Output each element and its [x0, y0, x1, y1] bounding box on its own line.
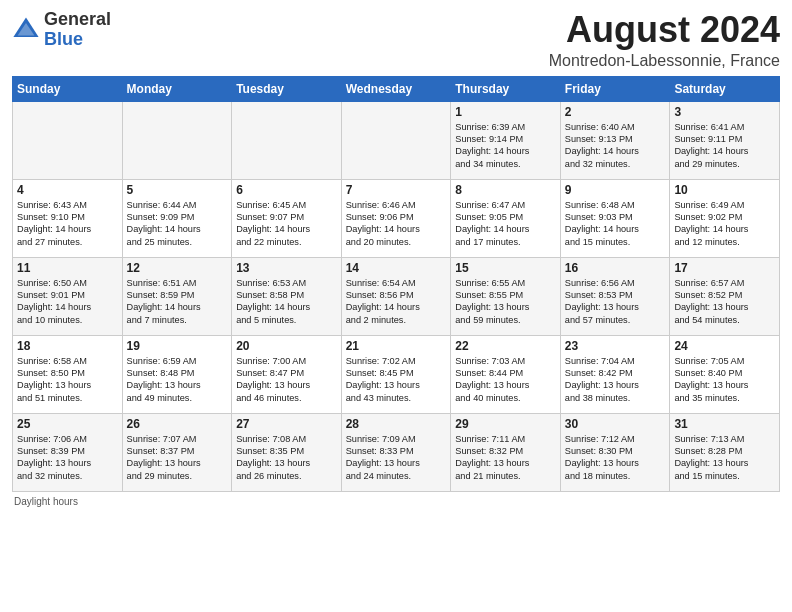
- day-info: Sunrise: 6:51 AM Sunset: 8:59 PM Dayligh…: [127, 277, 228, 327]
- day-info: Sunrise: 6:50 AM Sunset: 9:01 PM Dayligh…: [17, 277, 118, 327]
- day-number: 27: [236, 417, 337, 431]
- title-block: August 2024 Montredon-Labessonnie, Franc…: [549, 10, 780, 70]
- day-info: Sunrise: 7:05 AM Sunset: 8:40 PM Dayligh…: [674, 355, 775, 405]
- day-info: Sunrise: 7:11 AM Sunset: 8:32 PM Dayligh…: [455, 433, 556, 483]
- calendar-cell: 20Sunrise: 7:00 AM Sunset: 8:47 PM Dayli…: [232, 335, 342, 413]
- col-tuesday: Tuesday: [232, 76, 342, 101]
- calendar-header-row: Sunday Monday Tuesday Wednesday Thursday…: [13, 76, 780, 101]
- day-number: 8: [455, 183, 556, 197]
- logo: General Blue: [12, 10, 111, 50]
- calendar-cell: 22Sunrise: 7:03 AM Sunset: 8:44 PM Dayli…: [451, 335, 561, 413]
- day-number: 24: [674, 339, 775, 353]
- col-sunday: Sunday: [13, 76, 123, 101]
- calendar-cell: [341, 101, 451, 179]
- calendar-cell: 21Sunrise: 7:02 AM Sunset: 8:45 PM Dayli…: [341, 335, 451, 413]
- day-info: Sunrise: 7:03 AM Sunset: 8:44 PM Dayligh…: [455, 355, 556, 405]
- day-number: 17: [674, 261, 775, 275]
- col-monday: Monday: [122, 76, 232, 101]
- day-info: Sunrise: 6:41 AM Sunset: 9:11 PM Dayligh…: [674, 121, 775, 171]
- col-thursday: Thursday: [451, 76, 561, 101]
- col-wednesday: Wednesday: [341, 76, 451, 101]
- day-info: Sunrise: 7:06 AM Sunset: 8:39 PM Dayligh…: [17, 433, 118, 483]
- day-number: 5: [127, 183, 228, 197]
- logo-blue-text: Blue: [44, 29, 83, 49]
- day-number: 29: [455, 417, 556, 431]
- calendar-cell: 27Sunrise: 7:08 AM Sunset: 8:35 PM Dayli…: [232, 413, 342, 491]
- calendar-cell: 24Sunrise: 7:05 AM Sunset: 8:40 PM Dayli…: [670, 335, 780, 413]
- day-number: 18: [17, 339, 118, 353]
- day-number: 22: [455, 339, 556, 353]
- footer-note: Daylight hours: [12, 496, 780, 507]
- day-number: 14: [346, 261, 447, 275]
- day-info: Sunrise: 7:04 AM Sunset: 8:42 PM Dayligh…: [565, 355, 666, 405]
- day-info: Sunrise: 6:57 AM Sunset: 8:52 PM Dayligh…: [674, 277, 775, 327]
- day-info: Sunrise: 6:46 AM Sunset: 9:06 PM Dayligh…: [346, 199, 447, 249]
- calendar-week-4: 18Sunrise: 6:58 AM Sunset: 8:50 PM Dayli…: [13, 335, 780, 413]
- day-number: 9: [565, 183, 666, 197]
- day-info: Sunrise: 6:59 AM Sunset: 8:48 PM Dayligh…: [127, 355, 228, 405]
- day-info: Sunrise: 6:45 AM Sunset: 9:07 PM Dayligh…: [236, 199, 337, 249]
- calendar-cell: 23Sunrise: 7:04 AM Sunset: 8:42 PM Dayli…: [560, 335, 670, 413]
- day-number: 10: [674, 183, 775, 197]
- calendar-subtitle: Montredon-Labessonnie, France: [549, 52, 780, 70]
- calendar-cell: 4Sunrise: 6:43 AM Sunset: 9:10 PM Daylig…: [13, 179, 123, 257]
- day-info: Sunrise: 7:07 AM Sunset: 8:37 PM Dayligh…: [127, 433, 228, 483]
- col-friday: Friday: [560, 76, 670, 101]
- calendar-week-1: 1Sunrise: 6:39 AM Sunset: 9:14 PM Daylig…: [13, 101, 780, 179]
- calendar-cell: 13Sunrise: 6:53 AM Sunset: 8:58 PM Dayli…: [232, 257, 342, 335]
- day-info: Sunrise: 7:13 AM Sunset: 8:28 PM Dayligh…: [674, 433, 775, 483]
- calendar-cell: 5Sunrise: 6:44 AM Sunset: 9:09 PM Daylig…: [122, 179, 232, 257]
- calendar-cell: [122, 101, 232, 179]
- calendar-cell: 30Sunrise: 7:12 AM Sunset: 8:30 PM Dayli…: [560, 413, 670, 491]
- day-number: 30: [565, 417, 666, 431]
- day-info: Sunrise: 7:02 AM Sunset: 8:45 PM Dayligh…: [346, 355, 447, 405]
- calendar-cell: 31Sunrise: 7:13 AM Sunset: 8:28 PM Dayli…: [670, 413, 780, 491]
- day-info: Sunrise: 7:12 AM Sunset: 8:30 PM Dayligh…: [565, 433, 666, 483]
- calendar-cell: 9Sunrise: 6:48 AM Sunset: 9:03 PM Daylig…: [560, 179, 670, 257]
- logo-icon: [12, 16, 40, 44]
- day-info: Sunrise: 7:00 AM Sunset: 8:47 PM Dayligh…: [236, 355, 337, 405]
- day-number: 7: [346, 183, 447, 197]
- day-number: 13: [236, 261, 337, 275]
- day-number: 4: [17, 183, 118, 197]
- calendar-cell: 7Sunrise: 6:46 AM Sunset: 9:06 PM Daylig…: [341, 179, 451, 257]
- calendar-week-3: 11Sunrise: 6:50 AM Sunset: 9:01 PM Dayli…: [13, 257, 780, 335]
- calendar-cell: 1Sunrise: 6:39 AM Sunset: 9:14 PM Daylig…: [451, 101, 561, 179]
- day-info: Sunrise: 6:39 AM Sunset: 9:14 PM Dayligh…: [455, 121, 556, 171]
- calendar-cell: [232, 101, 342, 179]
- calendar-cell: 16Sunrise: 6:56 AM Sunset: 8:53 PM Dayli…: [560, 257, 670, 335]
- calendar-cell: 8Sunrise: 6:47 AM Sunset: 9:05 PM Daylig…: [451, 179, 561, 257]
- day-number: 23: [565, 339, 666, 353]
- day-number: 6: [236, 183, 337, 197]
- page-container: General Blue August 2024 Montredon-Labes…: [0, 0, 792, 515]
- day-number: 21: [346, 339, 447, 353]
- calendar-title: August 2024: [549, 10, 780, 50]
- calendar-cell: 17Sunrise: 6:57 AM Sunset: 8:52 PM Dayli…: [670, 257, 780, 335]
- calendar-cell: 25Sunrise: 7:06 AM Sunset: 8:39 PM Dayli…: [13, 413, 123, 491]
- day-number: 1: [455, 105, 556, 119]
- calendar-cell: 11Sunrise: 6:50 AM Sunset: 9:01 PM Dayli…: [13, 257, 123, 335]
- day-info: Sunrise: 6:54 AM Sunset: 8:56 PM Dayligh…: [346, 277, 447, 327]
- day-info: Sunrise: 6:47 AM Sunset: 9:05 PM Dayligh…: [455, 199, 556, 249]
- col-saturday: Saturday: [670, 76, 780, 101]
- calendar-cell: 28Sunrise: 7:09 AM Sunset: 8:33 PM Dayli…: [341, 413, 451, 491]
- day-number: 25: [17, 417, 118, 431]
- calendar-week-2: 4Sunrise: 6:43 AM Sunset: 9:10 PM Daylig…: [13, 179, 780, 257]
- day-number: 31: [674, 417, 775, 431]
- day-info: Sunrise: 7:09 AM Sunset: 8:33 PM Dayligh…: [346, 433, 447, 483]
- calendar-cell: 29Sunrise: 7:11 AM Sunset: 8:32 PM Dayli…: [451, 413, 561, 491]
- day-number: 3: [674, 105, 775, 119]
- day-number: 2: [565, 105, 666, 119]
- calendar-cell: 18Sunrise: 6:58 AM Sunset: 8:50 PM Dayli…: [13, 335, 123, 413]
- calendar-cell: 19Sunrise: 6:59 AM Sunset: 8:48 PM Dayli…: [122, 335, 232, 413]
- calendar-cell: 15Sunrise: 6:55 AM Sunset: 8:55 PM Dayli…: [451, 257, 561, 335]
- day-info: Sunrise: 6:56 AM Sunset: 8:53 PM Dayligh…: [565, 277, 666, 327]
- day-number: 28: [346, 417, 447, 431]
- day-info: Sunrise: 6:48 AM Sunset: 9:03 PM Dayligh…: [565, 199, 666, 249]
- day-info: Sunrise: 6:44 AM Sunset: 9:09 PM Dayligh…: [127, 199, 228, 249]
- day-info: Sunrise: 6:40 AM Sunset: 9:13 PM Dayligh…: [565, 121, 666, 171]
- calendar-cell: 10Sunrise: 6:49 AM Sunset: 9:02 PM Dayli…: [670, 179, 780, 257]
- calendar-cell: 14Sunrise: 6:54 AM Sunset: 8:56 PM Dayli…: [341, 257, 451, 335]
- day-info: Sunrise: 6:53 AM Sunset: 8:58 PM Dayligh…: [236, 277, 337, 327]
- day-number: 12: [127, 261, 228, 275]
